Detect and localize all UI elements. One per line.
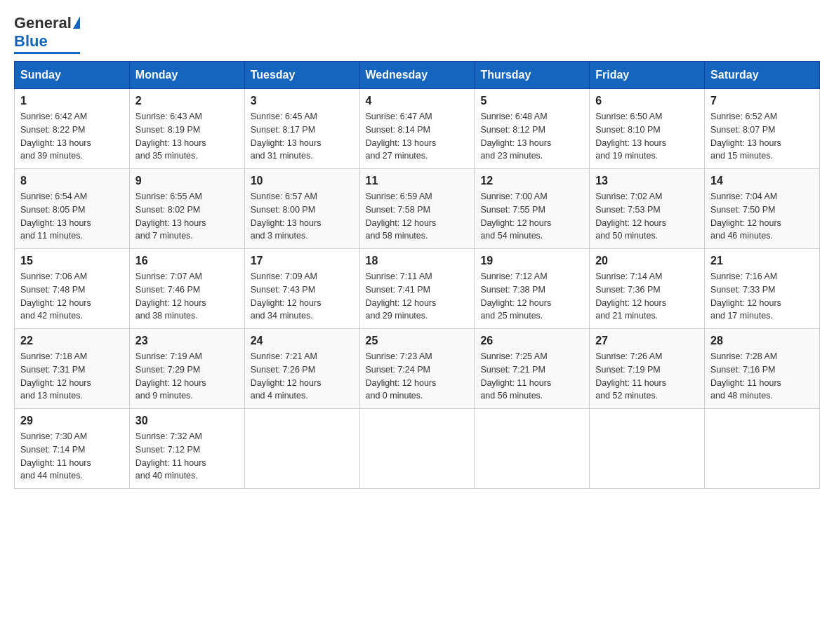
day-info: Sunrise: 6:57 AMSunset: 8:00 PMDaylight:… bbox=[251, 190, 354, 243]
day-cell: 23 Sunrise: 7:19 AMSunset: 7:29 PMDaylig… bbox=[129, 329, 244, 409]
week-row-1: 1 Sunrise: 6:42 AMSunset: 8:22 PMDayligh… bbox=[15, 89, 820, 169]
day-number: 19 bbox=[480, 255, 583, 267]
day-number: 13 bbox=[595, 175, 699, 187]
week-row-2: 8 Sunrise: 6:54 AMSunset: 8:05 PMDayligh… bbox=[15, 169, 820, 249]
day-number: 9 bbox=[135, 175, 239, 187]
day-number: 28 bbox=[710, 335, 814, 347]
day-number: 16 bbox=[135, 255, 239, 267]
day-info: Sunrise: 7:02 AMSunset: 7:53 PMDaylight:… bbox=[595, 190, 699, 243]
day-cell: 26 Sunrise: 7:25 AMSunset: 7:21 PMDaylig… bbox=[475, 329, 590, 409]
day-info: Sunrise: 7:28 AMSunset: 7:16 PMDaylight:… bbox=[710, 350, 814, 403]
day-cell: 7 Sunrise: 6:52 AMSunset: 8:07 PMDayligh… bbox=[705, 89, 820, 169]
col-header-sunday: Sunday bbox=[15, 62, 130, 89]
day-cell: 4 Sunrise: 6:47 AMSunset: 8:14 PMDayligh… bbox=[359, 89, 475, 169]
day-cell: 20 Sunrise: 7:14 AMSunset: 7:36 PMDaylig… bbox=[590, 249, 705, 329]
day-cell: 13 Sunrise: 7:02 AMSunset: 7:53 PMDaylig… bbox=[590, 169, 705, 249]
day-cell: 19 Sunrise: 7:12 AMSunset: 7:38 PMDaylig… bbox=[475, 249, 590, 329]
day-info: Sunrise: 6:43 AMSunset: 8:19 PMDaylight:… bbox=[135, 110, 239, 163]
day-cell bbox=[244, 409, 359, 489]
day-cell: 14 Sunrise: 7:04 AMSunset: 7:50 PMDaylig… bbox=[705, 169, 820, 249]
col-header-monday: Monday bbox=[129, 62, 244, 89]
day-cell: 25 Sunrise: 7:23 AMSunset: 7:24 PMDaylig… bbox=[359, 329, 475, 409]
col-header-saturday: Saturday bbox=[705, 62, 820, 89]
week-row-5: 29 Sunrise: 7:30 AMSunset: 7:14 PMDaylig… bbox=[15, 409, 820, 489]
day-cell: 18 Sunrise: 7:11 AMSunset: 7:41 PMDaylig… bbox=[359, 249, 475, 329]
day-number: 8 bbox=[20, 175, 124, 187]
day-number: 27 bbox=[595, 335, 699, 347]
day-info: Sunrise: 7:00 AMSunset: 7:55 PMDaylight:… bbox=[480, 190, 583, 243]
day-number: 5 bbox=[480, 95, 583, 107]
day-number: 20 bbox=[595, 255, 699, 267]
day-cell: 15 Sunrise: 7:06 AMSunset: 7:48 PMDaylig… bbox=[15, 249, 130, 329]
day-info: Sunrise: 7:09 AMSunset: 7:43 PMDaylight:… bbox=[251, 270, 354, 323]
day-cell: 12 Sunrise: 7:00 AMSunset: 7:55 PMDaylig… bbox=[475, 169, 590, 249]
day-info: Sunrise: 7:11 AMSunset: 7:41 PMDaylight:… bbox=[366, 270, 469, 323]
day-info: Sunrise: 6:52 AMSunset: 8:07 PMDaylight:… bbox=[710, 110, 814, 163]
day-cell: 6 Sunrise: 6:50 AMSunset: 8:10 PMDayligh… bbox=[590, 89, 705, 169]
day-number: 12 bbox=[480, 175, 583, 187]
day-number: 25 bbox=[366, 335, 469, 347]
day-cell: 10 Sunrise: 6:57 AMSunset: 8:00 PMDaylig… bbox=[244, 169, 359, 249]
day-info: Sunrise: 7:19 AMSunset: 7:29 PMDaylight:… bbox=[135, 350, 239, 403]
day-info: Sunrise: 7:12 AMSunset: 7:38 PMDaylight:… bbox=[480, 270, 583, 323]
logo-text: General bbox=[14, 14, 80, 32]
day-info: Sunrise: 7:16 AMSunset: 7:33 PMDaylight:… bbox=[710, 270, 814, 323]
day-number: 17 bbox=[251, 255, 354, 267]
day-info: Sunrise: 7:23 AMSunset: 7:24 PMDaylight:… bbox=[366, 350, 469, 403]
day-info: Sunrise: 6:48 AMSunset: 8:12 PMDaylight:… bbox=[480, 110, 583, 163]
day-cell: 9 Sunrise: 6:55 AMSunset: 8:02 PMDayligh… bbox=[129, 169, 244, 249]
day-cell: 16 Sunrise: 7:07 AMSunset: 7:46 PMDaylig… bbox=[129, 249, 244, 329]
day-cell: 3 Sunrise: 6:45 AMSunset: 8:17 PMDayligh… bbox=[244, 89, 359, 169]
col-header-thursday: Thursday bbox=[475, 62, 590, 89]
day-info: Sunrise: 6:54 AMSunset: 8:05 PMDaylight:… bbox=[20, 190, 124, 243]
day-info: Sunrise: 7:32 AMSunset: 7:12 PMDaylight:… bbox=[135, 430, 239, 483]
day-cell bbox=[475, 409, 590, 489]
day-info: Sunrise: 7:26 AMSunset: 7:19 PMDaylight:… bbox=[595, 350, 699, 403]
day-number: 11 bbox=[366, 175, 469, 187]
day-number: 18 bbox=[366, 255, 469, 267]
day-cell: 29 Sunrise: 7:30 AMSunset: 7:14 PMDaylig… bbox=[15, 409, 130, 489]
col-header-friday: Friday bbox=[590, 62, 705, 89]
logo: General Blue bbox=[14, 14, 80, 54]
day-info: Sunrise: 7:07 AMSunset: 7:46 PMDaylight:… bbox=[135, 270, 239, 323]
day-info: Sunrise: 6:59 AMSunset: 7:58 PMDaylight:… bbox=[366, 190, 469, 243]
day-number: 30 bbox=[135, 415, 239, 427]
logo-triangle-icon bbox=[73, 16, 80, 29]
day-number: 29 bbox=[20, 415, 124, 427]
day-cell: 2 Sunrise: 6:43 AMSunset: 8:19 PMDayligh… bbox=[129, 89, 244, 169]
day-number: 2 bbox=[135, 95, 239, 107]
week-row-4: 22 Sunrise: 7:18 AMSunset: 7:31 PMDaylig… bbox=[15, 329, 820, 409]
day-info: Sunrise: 7:25 AMSunset: 7:21 PMDaylight:… bbox=[480, 350, 583, 403]
day-cell bbox=[590, 409, 705, 489]
day-info: Sunrise: 7:18 AMSunset: 7:31 PMDaylight:… bbox=[20, 350, 124, 403]
day-number: 23 bbox=[135, 335, 239, 347]
day-number: 15 bbox=[20, 255, 124, 267]
page-header: General Blue bbox=[14, 14, 820, 54]
day-info: Sunrise: 7:14 AMSunset: 7:36 PMDaylight:… bbox=[595, 270, 699, 323]
day-number: 24 bbox=[251, 335, 354, 347]
day-number: 22 bbox=[20, 335, 124, 347]
day-cell bbox=[359, 409, 475, 489]
logo-blue-text: Blue bbox=[14, 32, 48, 51]
logo-underline bbox=[14, 52, 80, 54]
day-cell: 27 Sunrise: 7:26 AMSunset: 7:19 PMDaylig… bbox=[590, 329, 705, 409]
day-cell: 24 Sunrise: 7:21 AMSunset: 7:26 PMDaylig… bbox=[244, 329, 359, 409]
logo-general-text: General bbox=[14, 14, 72, 32]
day-number: 4 bbox=[366, 95, 469, 107]
week-row-3: 15 Sunrise: 7:06 AMSunset: 7:48 PMDaylig… bbox=[15, 249, 820, 329]
day-number: 14 bbox=[710, 175, 814, 187]
col-header-wednesday: Wednesday bbox=[359, 62, 475, 89]
day-cell bbox=[705, 409, 820, 489]
day-cell: 8 Sunrise: 6:54 AMSunset: 8:05 PMDayligh… bbox=[15, 169, 130, 249]
day-cell: 1 Sunrise: 6:42 AMSunset: 8:22 PMDayligh… bbox=[15, 89, 130, 169]
day-cell: 30 Sunrise: 7:32 AMSunset: 7:12 PMDaylig… bbox=[129, 409, 244, 489]
col-header-tuesday: Tuesday bbox=[244, 62, 359, 89]
day-number: 6 bbox=[595, 95, 699, 107]
day-cell: 5 Sunrise: 6:48 AMSunset: 8:12 PMDayligh… bbox=[475, 89, 590, 169]
day-number: 7 bbox=[710, 95, 814, 107]
day-info: Sunrise: 7:30 AMSunset: 7:14 PMDaylight:… bbox=[20, 430, 124, 483]
day-number: 26 bbox=[480, 335, 583, 347]
day-info: Sunrise: 7:04 AMSunset: 7:50 PMDaylight:… bbox=[710, 190, 814, 243]
day-info: Sunrise: 6:50 AMSunset: 8:10 PMDaylight:… bbox=[595, 110, 699, 163]
day-info: Sunrise: 6:45 AMSunset: 8:17 PMDaylight:… bbox=[251, 110, 354, 163]
